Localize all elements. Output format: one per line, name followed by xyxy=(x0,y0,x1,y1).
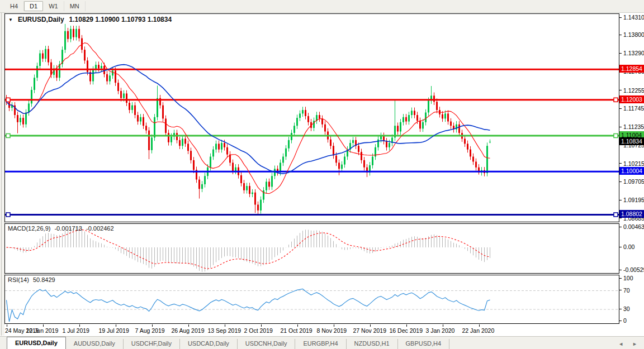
price-axis-label: 1.10215 xyxy=(623,160,644,167)
axis-tick xyxy=(619,127,622,127)
date-tick xyxy=(261,324,262,327)
axis-tick xyxy=(619,290,622,290)
price-axis-label: 1.13290 xyxy=(623,50,644,56)
axis-tick xyxy=(619,108,622,109)
tab-audusd-daily[interactable]: AUDUSD,Daily xyxy=(66,339,124,349)
rsi-value: 50.8429 xyxy=(33,276,55,283)
rsi-line xyxy=(7,289,490,322)
macd-axis-label: 0.00463 xyxy=(623,223,644,230)
chart-ohlc-values: 1.10829 1.10900 1.10793 1.10834 xyxy=(69,16,172,23)
macd-axis-label: 0.00 xyxy=(623,243,634,250)
axis-tick xyxy=(619,270,622,270)
axis-tick xyxy=(619,321,622,321)
axis-tick xyxy=(619,247,622,247)
rsi-axis-label: 70 xyxy=(623,287,630,294)
axis-tick xyxy=(619,163,622,164)
tab-nzdusd-h1[interactable]: NZDUSD,H1 xyxy=(347,339,398,349)
date-tick xyxy=(370,324,371,327)
date-label: 8 Nov 2019 xyxy=(317,327,347,334)
date-label: 12 Jun 2019 xyxy=(26,327,59,334)
price-chart-panel[interactable]: ▼ EURUSD,Daily 1.10829 1.10900 1.10793 1… xyxy=(4,13,619,222)
tab-usdchf-daily[interactable]: USDCHF,Daily xyxy=(124,339,180,349)
macd-main-value: -0.001713 xyxy=(54,225,82,232)
price-axis-label: 1.12255 xyxy=(623,87,644,94)
hline-handle-1.08802[interactable] xyxy=(614,213,618,217)
price-axis-label: 1.09195 xyxy=(623,197,644,203)
date-tick xyxy=(43,324,44,327)
hline-handle-1.08802[interactable] xyxy=(6,213,10,217)
chart-title: ▼ EURUSD,Daily 1.10829 1.10900 1.10793 1… xyxy=(8,16,172,23)
date-tick xyxy=(443,324,443,327)
date-tick xyxy=(116,324,116,327)
hline-handle-1.11004[interactable] xyxy=(6,134,10,138)
date-label: 2 Oct 2019 xyxy=(244,327,273,334)
date-label: 16 Dec 2019 xyxy=(390,327,423,334)
hline-handle-1.11004[interactable] xyxy=(614,134,618,138)
date-tick xyxy=(7,324,7,327)
date-label: 1 Jul 2019 xyxy=(63,327,89,334)
date-tick xyxy=(406,324,407,327)
date-tick xyxy=(297,324,298,327)
current-price-badge: 1.10834 xyxy=(619,137,644,145)
axis-tick xyxy=(619,309,622,309)
timeframe-toolbar: H4D1W1MN xyxy=(0,0,644,13)
axis-tick xyxy=(619,278,622,279)
macd-label: MACD(12,26,9) xyxy=(8,225,50,232)
date-label: 13 Sep 2019 xyxy=(208,327,242,334)
price-axis-label: 1.11235 xyxy=(623,123,644,130)
macd-label-row: MACD(12,26,9) -0.001713 -0.002462 xyxy=(8,225,114,232)
timeframe-button-w1[interactable]: W1 xyxy=(43,1,64,11)
axis-tick xyxy=(619,227,622,227)
date-tick xyxy=(225,324,225,327)
rsi-label-row: RSI(14) 50.8429 xyxy=(8,276,55,283)
date-tick xyxy=(188,324,189,327)
price-badge-1.10004: 1.10004 xyxy=(619,167,644,175)
rsi-label: RSI(14) xyxy=(8,276,29,283)
rsi-axis-label: 30 xyxy=(623,305,630,312)
date-label: 3 Jan 2020 xyxy=(426,327,455,334)
macd-axis-label: -0.005299 xyxy=(623,266,644,273)
axis-tick xyxy=(619,53,622,54)
tab-usdcnh-daily[interactable]: USDCNH,Daily xyxy=(238,339,296,349)
rsi-axis-label: 100 xyxy=(623,275,633,281)
date-tick xyxy=(152,324,153,327)
tab-eurusd-daily[interactable]: EURUSD,Daily xyxy=(7,337,66,349)
date-tick xyxy=(79,324,80,327)
timeframe-button-mn[interactable]: MN xyxy=(64,1,86,11)
rsi-chart xyxy=(5,275,619,323)
timeframe-button-h4[interactable]: H4 xyxy=(4,1,24,11)
tab-gbpusd-h4[interactable]: GBPUSD,H4 xyxy=(398,339,450,349)
price-badge-1.08802: 1.08802 xyxy=(619,210,644,218)
axis-tick xyxy=(619,218,622,218)
date-label: 27 Nov 2019 xyxy=(353,327,387,334)
hline-handle-1.12003[interactable] xyxy=(614,98,618,102)
axis-tick xyxy=(619,17,622,18)
rsi-axis-label: 0 xyxy=(623,317,627,324)
price-axis-label: 1.14310 xyxy=(623,14,644,21)
price-axis[interactable]: 1.143101.138001.132901.127801.122551.117… xyxy=(619,13,644,324)
date-label: 22 Jan 2020 xyxy=(462,327,495,334)
rsi-panel[interactable]: RSI(14) 50.8429 xyxy=(4,275,619,324)
date-label: 26 Aug 2019 xyxy=(172,327,205,334)
tab-scroll-left-icon[interactable]: ◄ xyxy=(618,341,623,347)
candlestick-chart xyxy=(5,14,619,222)
symbol-dropdown-icon[interactable]: ▼ xyxy=(8,17,13,22)
price-axis-label: 1.11745 xyxy=(623,105,644,112)
macd-panel[interactable]: MACD(12,26,9) -0.001713 -0.002462 xyxy=(4,223,619,274)
tab-scroll-arrows: ◄► xyxy=(618,341,644,349)
price-badge-1.12854: 1.12854 xyxy=(619,65,644,73)
chart-symbol-label: EURUSD,Daily xyxy=(18,16,64,23)
tab-scroll-right-icon[interactable]: ► xyxy=(632,341,637,347)
date-label: 7 Aug 2019 xyxy=(135,327,165,334)
tab-eurgbp-h4[interactable]: EURGBP,H4 xyxy=(295,339,346,349)
timeframe-button-d1[interactable]: D1 xyxy=(24,1,43,11)
tab-usdcad-daily[interactable]: USDCAD,Daily xyxy=(180,339,238,349)
price-axis-label: 1.13800 xyxy=(623,31,644,38)
mt4-chart-window: { "toolbar": { "buttons": [ {"label": "H… xyxy=(0,0,644,349)
hline-handle-1.12003[interactable] xyxy=(6,98,10,102)
macd-signal-value: -0.002462 xyxy=(86,225,114,232)
time-axis[interactable]: 24 May 201912 Jun 20191 Jul 201919 Jul 2… xyxy=(4,324,619,336)
axis-tick xyxy=(619,181,622,182)
axis-tick xyxy=(619,200,622,200)
date-label: 21 Oct 2019 xyxy=(281,327,312,334)
